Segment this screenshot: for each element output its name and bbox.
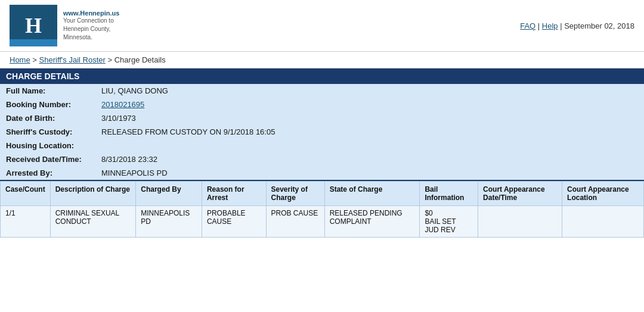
logo-box: H <box>10 5 57 46</box>
custody-label: Sheriff's Custody: <box>0 125 95 139</box>
arrested-row: Arrested By: MINNEAPOLIS PD <box>0 166 644 180</box>
faq-link[interactable]: FAQ <box>520 21 535 30</box>
booking-number-row: Booking Number: 2018021695 <box>0 98 644 111</box>
breadcrumb-current: Charge Details <box>114 55 166 64</box>
logo-stripe <box>10 39 57 46</box>
booking-number-link[interactable]: 2018021695 <box>101 100 144 109</box>
cell-charged-by: MINNEAPOLIS PD <box>136 206 202 238</box>
section-header: CHARGE DETAILS <box>0 68 644 84</box>
booking-number-value: 2018021695 <box>95 98 644 111</box>
col-state: State of Charge <box>324 182 420 206</box>
breadcrumb-sep-1: > <box>32 55 39 64</box>
arrested-value: MINNEAPOLIS PD <box>95 166 644 180</box>
charges-header-row: Case/Count Description of Charge Charged… <box>1 182 644 206</box>
table-row: 1/1CRIMINAL SEXUAL CONDUCTMINNEAPOLIS PD… <box>1 206 644 238</box>
logo-tagline: Your Connection toHennepin County,Minnes… <box>63 17 119 42</box>
dob-row: Date of Birth: 3/10/1973 <box>0 111 644 125</box>
page-header: H www.Hennepin.us Your Connection toHenn… <box>0 0 644 52</box>
col-court-date: Court Appearance Date/Time <box>478 182 562 206</box>
cell-court-location <box>562 206 644 238</box>
cell-severity: PROB CAUSE <box>266 206 324 238</box>
col-description: Description of Charge <box>50 182 136 206</box>
section-title: CHARGE DETAILS <box>6 71 79 81</box>
cell-bail: $0BAIL SETJUD REV <box>420 206 478 238</box>
received-label: Received Date/Time: <box>0 152 95 166</box>
col-reason: Reason for Arrest <box>202 182 266 206</box>
info-table: Full Name: LIU, QIANG DONG Booking Numbe… <box>0 84 644 180</box>
col-charged-by: Charged By <box>136 182 202 206</box>
arrested-label: Arrested By: <box>0 166 95 180</box>
col-court-location: Court Appearance Location <box>562 182 644 206</box>
cell-case-count: 1/1 <box>1 206 51 238</box>
cell-reason: PROBABLE CAUSE <box>202 206 266 238</box>
breadcrumb-sep-2: > <box>108 55 114 64</box>
dob-value: 3/10/1973 <box>95 111 644 125</box>
col-case-count: Case/Count <box>1 182 51 206</box>
charges-table: Case/Count Description of Charge Charged… <box>0 181 644 238</box>
housing-row: Housing Location: <box>0 139 644 152</box>
received-row: Received Date/Time: 8/31/2018 23:32 <box>0 152 644 166</box>
housing-label: Housing Location: <box>0 139 95 152</box>
help-link[interactable]: Help <box>542 21 558 30</box>
received-value: 8/31/2018 23:32 <box>95 152 644 166</box>
cell-court-date <box>478 206 562 238</box>
breadcrumb-jail-roster[interactable]: Sheriff's Jail Roster <box>39 55 106 64</box>
breadcrumb: Home > Sheriff's Jail Roster > Charge De… <box>0 52 644 68</box>
full-name-row: Full Name: LIU, QIANG DONG <box>0 84 644 98</box>
breadcrumb-home[interactable]: Home <box>10 55 30 64</box>
cell-state: RELEASED PENDING COMPLAINT <box>324 206 420 238</box>
custody-value: RELEASED FROM CUSTODY ON 9/1/2018 16:05 <box>95 125 644 139</box>
col-severity: Severity of Charge <box>266 182 324 206</box>
header-date: September 02, 2018 <box>564 21 634 30</box>
custody-row: Sheriff's Custody: RELEASED FROM CUSTODY… <box>0 125 644 139</box>
logo-text: www.Hennepin.us Your Connection toHennep… <box>63 10 119 42</box>
col-bail: Bail Information <box>420 182 478 206</box>
booking-number-label: Booking Number: <box>0 98 95 111</box>
dob-label: Date of Birth: <box>0 111 95 125</box>
full-name-label: Full Name: <box>0 84 95 98</box>
full-name-value: LIU, QIANG DONG <box>95 84 644 98</box>
header-nav: FAQ | Help | September 02, 2018 <box>520 21 634 30</box>
cell-description: CRIMINAL SEXUAL CONDUCT <box>50 206 136 238</box>
separator-1: | <box>538 21 542 30</box>
logo-area: H www.Hennepin.us Your Connection toHenn… <box>10 5 119 46</box>
logo-letter: H <box>25 15 42 36</box>
logo-url: www.Hennepin.us <box>63 10 119 17</box>
housing-value <box>95 139 644 152</box>
